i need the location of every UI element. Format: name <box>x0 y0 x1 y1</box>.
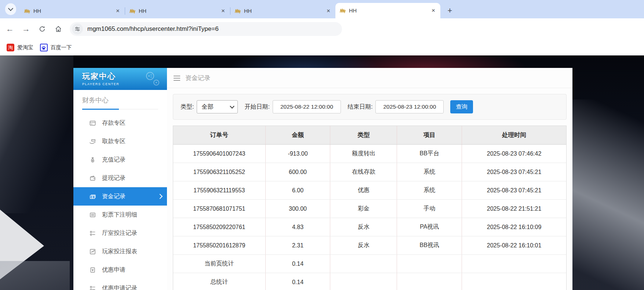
bookmark-label: 百度一下 <box>51 44 72 51</box>
table-cell: 手动 <box>397 200 462 218</box>
bookmark-item[interactable]: 百度一下 <box>40 44 72 51</box>
tab-close-icon[interactable]: × <box>220 7 226 15</box>
site-info-button[interactable] <box>72 23 83 35</box>
table-cell: 2.31 <box>266 236 331 254</box>
type-filter-label: 类型: <box>181 103 194 111</box>
table-cell: 0.14 <box>266 273 331 290</box>
filter-panel: 类型: 全部 开始日期: 2025-08-22 12:00:00 结束日期: 2… <box>173 94 567 120</box>
table-header-cell: 订单号 <box>173 126 266 144</box>
tabs-container: HH×HH×HH×HH×+ <box>20 0 455 18</box>
browser-tab[interactable]: HH× <box>125 4 230 18</box>
sidebar-item-取款专区[interactable]: 取款专区 <box>73 132 167 151</box>
url-text: mgm1065.com/hhcp/usercenter.html?iniType… <box>87 25 219 33</box>
sidebar-item-彩票下注明细[interactable]: 彩票下注明细 <box>73 206 167 224</box>
sidebar-item-资金记录[interactable]: 资金记录 <box>73 187 167 206</box>
browser-tab[interactable]: HH× <box>335 3 440 18</box>
browser-tab[interactable]: HH× <box>230 4 335 18</box>
sidebar-item-提现记录[interactable]: 提现记录 <box>73 169 167 187</box>
tab-close-icon[interactable]: × <box>325 7 332 15</box>
sidebar-item-存款专区[interactable]: 存款专区 <box>73 114 167 132</box>
end-date-input[interactable]: 2025-08-23 12:00:00 <box>375 100 444 113</box>
sidebar-item-label: 优惠申请 <box>102 266 125 274</box>
table-cell: 2025-08-23 07:45:21 <box>462 181 566 199</box>
table-cell: 4.83 <box>266 218 331 236</box>
table-cell: 600.00 <box>266 163 331 181</box>
background-art <box>0 55 73 213</box>
bookmarks-bar: 淘爱淘宝百度一下 <box>0 40 644 55</box>
reload-icon <box>39 25 46 33</box>
table-cell: 优惠 <box>330 181 397 199</box>
main-content: 资金记录 类型: 全部 开始日期: 2025-08-22 12:00:00 结束… <box>167 68 572 290</box>
tab-title: HH <box>244 8 325 14</box>
table-cell: 在线存款 <box>330 163 397 181</box>
browser-tab[interactable]: HH× <box>20 4 125 18</box>
chevron-down-icon <box>230 104 235 109</box>
table-cell: 额度转出 <box>330 145 397 163</box>
tab-search-button[interactable] <box>5 3 16 15</box>
sidebar-item-玩家投注报表[interactable]: 玩家投注报表 <box>73 242 167 261</box>
sidebar-item-label: 厅室投注记录 <box>102 229 137 237</box>
sidebar-item-优惠申请记录[interactable]: 优惠申请记录 <box>73 279 167 290</box>
table-cell: 1755870681071751 <box>173 200 266 218</box>
sidebar-item-充值记录[interactable]: 充值记录 <box>73 151 167 169</box>
forward-button[interactable]: → <box>20 23 32 35</box>
table-cell: 1755906401007243 <box>173 145 266 163</box>
table-cell: -913.00 <box>266 145 331 163</box>
start-date-label: 开始日期: <box>244 103 269 111</box>
table-cell: 总统计 <box>173 273 266 290</box>
sidebar-menu: 存款专区取款专区充值记录提现记录资金记录彩票下注明细厅室投注记录玩家投注报表优惠… <box>73 114 167 290</box>
table-row: 1755870681071751300.00彩金手动2025-08-22 21:… <box>173 200 566 218</box>
taobao-icon: 淘 <box>7 44 14 51</box>
table-cell: 彩金 <box>330 200 397 218</box>
site-favicon <box>130 8 135 14</box>
start-date-input[interactable]: 2025-08-22 12:00:00 <box>273 100 341 113</box>
table-cell: 2025-08-23 07:46:42 <box>462 145 566 163</box>
tab-title: HH <box>349 8 430 14</box>
table-header-cell: 项目 <box>397 126 462 144</box>
reload-button[interactable] <box>36 23 48 35</box>
table-row: 当前页统计0.14 <box>173 255 566 273</box>
sidebar-item-label: 优惠申请记录 <box>102 284 137 290</box>
home-button[interactable] <box>52 23 65 35</box>
list-detail-icon <box>89 211 96 218</box>
sidebar-item-label: 资金记录 <box>102 193 125 200</box>
tune-icon <box>74 26 80 32</box>
board-list-icon <box>89 284 96 290</box>
table-row: 1755906321105252600.00在线存款系统2025-08-23 0… <box>173 163 566 181</box>
type-select[interactable]: 全部 <box>197 100 238 113</box>
site-favicon <box>235 8 241 14</box>
back-button[interactable]: ← <box>4 23 16 35</box>
table-header-row: 订单号金额类型项目处理时间 <box>173 126 566 145</box>
end-date-label: 结束日期: <box>348 103 372 111</box>
sidebar: 玩家中心 PLAYERS CENTER 财务中心 存款专区取款专区充值记录提现记… <box>73 68 167 290</box>
table-header-cell: 类型 <box>330 126 397 144</box>
page-title: 资金记录 <box>185 74 210 82</box>
tab-title: HH <box>139 8 220 14</box>
table-row: 17558502016128792.31反水BB视讯2025-08-22 16:… <box>173 236 566 255</box>
background-art <box>0 261 70 290</box>
table-header-cell: 处理时间 <box>462 126 566 144</box>
table-cell: 300.00 <box>266 200 331 218</box>
sidebar-item-厅室投注记录[interactable]: 厅室投注记录 <box>73 224 167 242</box>
tab-title: HH <box>33 8 114 14</box>
address-bar[interactable]: mgm1065.com/hhcp/usercenter.html?iniType… <box>70 22 342 36</box>
site-favicon <box>340 8 346 13</box>
bookmark-item[interactable]: 淘爱淘宝 <box>7 44 33 51</box>
table-cell: 1755850201612879 <box>173 236 266 254</box>
banknotes-icon <box>89 193 96 200</box>
new-tab-button[interactable]: + <box>445 6 455 16</box>
hamburger-icon[interactable] <box>174 76 180 76</box>
table-cell: 2025-08-22 16:10:01 <box>462 236 566 254</box>
bookmark-label: 爱淘宝 <box>17 44 33 51</box>
search-button[interactable]: 查询 <box>450 100 473 113</box>
site-favicon <box>24 8 30 14</box>
sidebar-item-优惠申请[interactable]: 优惠申请 <box>73 261 167 279</box>
table-row: 1755906401007243-913.00额度转出BB平台2025-08-2… <box>173 145 566 163</box>
table-cell <box>397 255 462 273</box>
sidebar-section-title: 财务中心 <box>82 96 158 109</box>
tab-close-icon[interactable]: × <box>114 7 121 15</box>
table-cell: 系统 <box>397 181 462 199</box>
tab-close-icon[interactable]: × <box>430 7 437 14</box>
table-cell: 当前页统计 <box>173 255 266 273</box>
table-row: 17559063211195536.00优惠系统2025-08-23 07:45… <box>173 181 566 200</box>
